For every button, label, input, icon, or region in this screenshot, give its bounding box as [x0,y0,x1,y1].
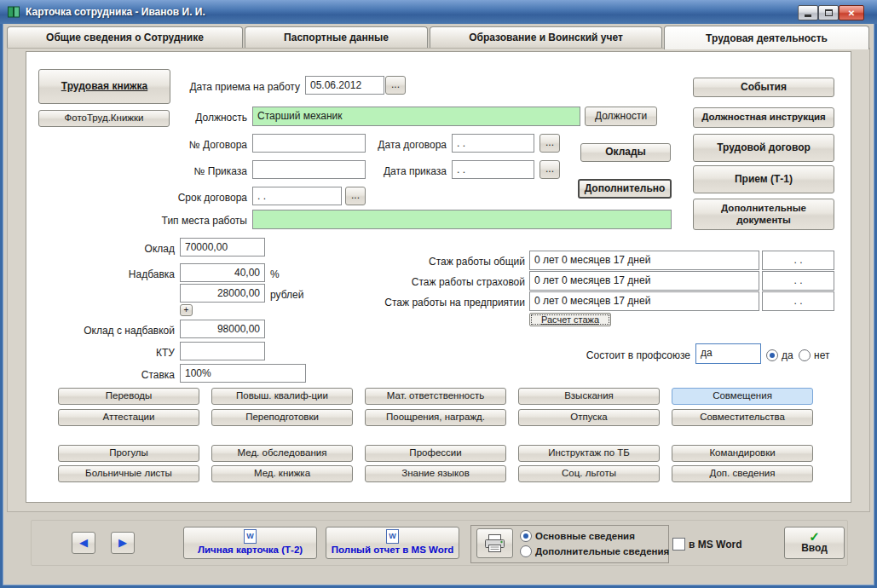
union-field[interactable]: да [695,343,761,364]
tab-labor[interactable]: Трудовая деятельность [664,26,869,49]
salary-field[interactable]: 70000,00 [180,238,265,257]
bonus-percent-field[interactable]: 40,00 [180,263,265,282]
word-document-icon: W [244,529,257,544]
position-label: Должность [170,112,247,124]
retraining-button[interactable]: Переподготовки [211,409,353,426]
work-book-button[interactable]: Трудовая книжка [38,69,170,104]
experience-company-field[interactable]: 0 лет 0 месяцев 17 дней [529,291,759,311]
percent-label: % [270,268,280,280]
enter-button[interactable]: ✓ Ввод [784,527,845,559]
experience-total-field[interactable]: 0 лет 0 месяцев 17 дней [529,251,759,270]
next-icon: ▶ [118,537,127,550]
calculate-experience-button[interactable]: Расчет стажа [529,313,611,326]
additional-info-radio[interactable]: Дополнительные сведения [520,545,669,557]
medical-book-button[interactable]: Мед. книжка [211,465,353,482]
medical-exams-button[interactable]: Мед. обследования [211,445,353,462]
rate-field[interactable]: 100% [180,364,306,383]
workplace-type-field[interactable] [252,210,672,229]
personal-card-label: Личная карточка (Т-2) [198,545,303,556]
transfers-button[interactable]: Переводы [58,388,199,405]
ktu-field[interactable] [180,342,265,360]
awards-button[interactable]: Поощрения, награжд. [365,409,506,426]
msword-checkbox[interactable]: в MS Word [672,538,741,551]
experience-total-date-field[interactable]: . . [762,251,834,270]
order-no-field[interactable] [252,160,366,179]
vacations-button[interactable]: Отпуска [518,409,660,426]
rubles-label: рублей [270,289,303,301]
social-benefits-button[interactable]: Соц. льготы [518,465,660,482]
union-no-radio[interactable]: нет [799,349,829,361]
union-no-label: нет [814,349,829,361]
photo-work-book-button[interactable]: ФотоТруд.Книжки [38,110,170,127]
salaries-button[interactable]: Оклады [580,143,671,162]
tab-labor-label: Трудовая деятельность [706,32,828,44]
tab-general-label: Общие сведения о Сотруднике [46,32,204,43]
tab-education-label: Образование и Воинский учет [469,32,623,43]
salary-with-bonus-label: Оклад с надбавкой [68,325,175,337]
contract-date-field[interactable]: . . [452,134,534,153]
radio-selected-icon [766,349,778,361]
tab-education[interactable]: Образование и Воинский учет [430,26,662,48]
safety-training-button[interactable]: Инструктаж по ТБ [518,445,660,462]
hire-t1-button[interactable]: Прием (Т-1) [693,165,834,193]
experience-total-label: Стаж работы общий [375,256,525,268]
titlebar[interactable]: Карточка сотрудника - Иванов И. И. [0,0,877,24]
union-yes-radio[interactable]: да [766,349,793,361]
tab-general[interactable]: Общие сведения о Сотруднике [7,26,243,48]
penalties-button[interactable]: Взыскания [518,388,660,405]
position-field[interactable]: Старший механик [252,107,580,126]
previous-record-button[interactable]: ◀ [72,532,95,554]
tab-passport[interactable]: Паспортные данные [245,26,428,48]
hire-date-label: Дата приема на работу [170,81,300,93]
contract-no-field[interactable] [252,134,366,153]
additional-info-button[interactable]: Доп. сведения [672,465,813,482]
sick-leaves-button[interactable]: Больничные листы [58,465,199,482]
msword-checkbox-label: в MS Word [689,539,741,551]
labor-contract-button[interactable]: Трудовой договор [693,134,834,162]
contract-term-browse-button[interactable]: ... [345,187,366,205]
personal-card-t2-button[interactable]: W Личная карточка (Т-2) [183,527,317,559]
liability-button[interactable]: Мат. ответственность [365,388,506,405]
main-info-label: Основные сведения [535,531,635,541]
additional-button[interactable]: Дополнительно [578,179,672,199]
add-bonus-button[interactable]: + [180,304,193,316]
professions-button[interactable]: Профессии [365,445,506,462]
order-date-field[interactable]: . . [452,160,534,179]
attestations-button[interactable]: Аттестации [58,409,199,426]
employee-card-window: Карточка сотрудника - Иванов И. И. ✕ Общ… [0,0,877,588]
maximize-button[interactable] [818,5,839,20]
order-date-browse-button[interactable]: ... [539,160,560,179]
contract-date-browse-button[interactable]: ... [539,134,560,153]
combined-posts-button[interactable]: Совмещения [672,388,813,405]
job-instruction-button[interactable]: Должностная инструкция [693,107,834,128]
experience-insurance-field[interactable]: 0 лет 0 месяцев 17 дней [529,271,759,291]
order-date-label: Дата приказа [366,165,447,177]
workplace-type-label: Тип места работы [153,215,247,227]
additional-documents-button[interactable]: Дополнительные документы [693,199,834,230]
contract-term-field[interactable]: . . [252,187,342,205]
word-document-icon: W [386,529,399,544]
minimize-button[interactable] [798,5,818,20]
union-label: Состоит в профсоюзе [569,349,690,361]
events-button[interactable]: События [693,78,834,97]
positions-button[interactable]: Должности [585,107,657,126]
experience-insurance-date-field[interactable]: . . [762,271,834,291]
main-info-radio[interactable]: Основные сведения [520,530,635,542]
qualification-button[interactable]: Повыш. квалиф-ции [211,388,353,405]
additional-info-label: Дополнительные сведения [535,546,669,556]
languages-button[interactable]: Знание языков [365,465,506,482]
print-button[interactable] [476,528,513,558]
hire-date-browse-button[interactable]: ... [385,76,406,95]
next-record-button[interactable]: ▶ [111,532,135,554]
secondary-jobs-button[interactable]: Совместительства [672,409,813,426]
experience-company-label: Стаж работы на предприятии [349,297,525,308]
experience-company-date-field[interactable]: . . [762,291,834,311]
ktu-label: КТУ [102,347,175,359]
bonus-rubles-field[interactable]: 28000,00 [180,284,265,303]
absences-button[interactable]: Прогулы [58,445,199,462]
hire-date-field[interactable]: 05.06.2012 [305,76,384,95]
salary-with-bonus-field[interactable]: 98000,00 [180,320,265,338]
business-trips-button[interactable]: Командировки [672,445,813,462]
close-button[interactable]: ✕ [839,5,864,20]
full-report-msword-button[interactable]: W Полный отчет в MS Word [326,527,459,559]
